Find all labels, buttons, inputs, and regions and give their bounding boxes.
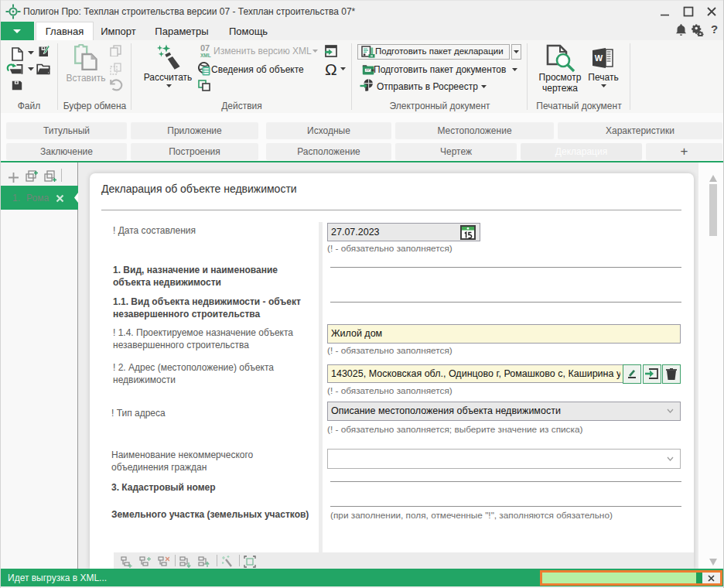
svg-text:W: W [595, 53, 603, 63]
